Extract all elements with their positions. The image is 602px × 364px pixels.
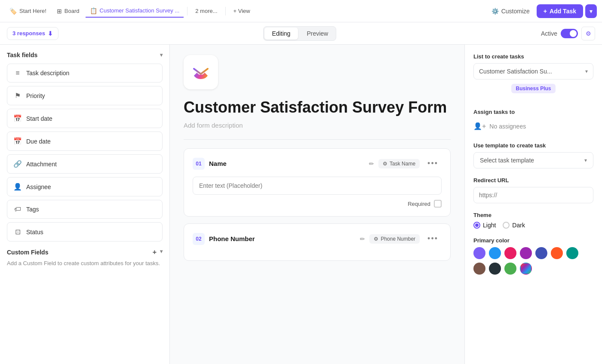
form-logo (184, 55, 218, 89)
nav-divider (187, 7, 187, 15)
color-pink[interactable] (504, 247, 516, 259)
theme-label: Theme (473, 212, 593, 218)
nav-view[interactable]: + View (229, 5, 255, 17)
gear-icon: ⚙️ (491, 8, 499, 15)
color-indigo[interactable] (535, 247, 547, 259)
field-more-button-name[interactable]: ••• (424, 157, 442, 170)
nav-board[interactable]: ⊞ Board (52, 5, 84, 17)
color-violet[interactable] (520, 247, 532, 259)
assign-section: Assign tasks to 👤+ No assignees (473, 109, 593, 134)
list-chevron: ▾ (585, 68, 588, 74)
download-icon: ⬇ (48, 30, 53, 37)
color-swatches (473, 247, 593, 275)
center-content: Customer Satisfaction Survey Form Add fo… (170, 45, 464, 364)
field-phone-label: Phone Number (209, 235, 356, 242)
form-description[interactable]: Add form description (184, 122, 451, 129)
form-field-name: 01 Name ✏ ⚙ Task Name ••• Required (184, 148, 451, 217)
edit-field-phone-icon[interactable]: ✏ (360, 236, 365, 242)
field-name-input[interactable] (193, 177, 442, 195)
theme-dark[interactable]: Dark (503, 222, 525, 229)
custom-fields-header: Custom Fields + ▾ (7, 248, 163, 256)
due-date-icon: 📅 (13, 137, 22, 145)
status-icon: ⊡ (13, 228, 22, 236)
color-purple[interactable] (473, 247, 485, 259)
field-name-label: Name (209, 160, 365, 167)
nav-start-here[interactable]: 🏷️ Start Here! (5, 5, 51, 17)
color-blue[interactable] (489, 247, 501, 259)
template-section: Use template to create task Select task … (473, 142, 593, 168)
theme-section: Theme Light Dark (473, 212, 593, 229)
dark-radio[interactable] (503, 222, 510, 229)
field-start-date[interactable]: 📅 Start date (7, 109, 163, 128)
preview-toggle-button[interactable]: Preview (299, 27, 336, 40)
field-attachment[interactable]: 🔗 Attachment (7, 154, 163, 174)
business-plus-badge: Business Plus (511, 84, 555, 93)
task-fields-chevron[interactable]: ▾ (160, 52, 163, 58)
active-toggle-switch[interactable] (561, 29, 578, 38)
field-due-date[interactable]: 📅 Due date (7, 132, 163, 151)
color-brown[interactable] (473, 263, 485, 275)
form-divider (184, 139, 451, 140)
attachment-icon: 🔗 (13, 160, 22, 168)
redirect-input[interactable] (473, 187, 593, 203)
field-number-02: 02 (193, 233, 205, 245)
field-status[interactable]: ⊡ Status (7, 222, 163, 242)
active-toggle-row: Active ⚙ (541, 27, 595, 40)
board-icon: ⊞ (57, 8, 62, 15)
tags-icon: 🏷 (13, 205, 22, 213)
field-assignee[interactable]: 👤 Assignee (7, 177, 163, 196)
theme-row: Light Dark (473, 222, 593, 229)
field-task-description[interactable]: ≡ Task description (7, 64, 163, 83)
field-tag-task-name: ⚙ Task Name (378, 159, 420, 168)
settings-icon: ⚙ (586, 30, 591, 37)
main-layout: Task fields ▾ ≡ Task description ⚑ Prior… (0, 45, 602, 364)
primary-color-section: Primary color (473, 237, 593, 275)
nav-more[interactable]: 2 more... (191, 5, 221, 17)
redirect-section: Redirect URL (473, 177, 593, 203)
theme-light[interactable]: Light (473, 222, 496, 229)
template-select[interactable]: Select task template ▾ (473, 152, 593, 168)
color-green[interactable] (504, 263, 516, 275)
customize-button[interactable]: ⚙️ Customize (486, 5, 535, 17)
field-card-header-phone: 02 Phone Number ✏ ⚙ Phone Number ••• (193, 232, 442, 245)
field-priority[interactable]: ⚑ Priority (7, 86, 163, 105)
priority-icon: ⚑ (13, 92, 22, 100)
editing-toggle-button[interactable]: Editing (264, 28, 298, 40)
color-dark[interactable] (489, 263, 501, 275)
list-label: List to create tasks (473, 53, 593, 60)
list-section: List to create tasks Customer Satisfacti… (473, 53, 593, 100)
add-task-button[interactable]: + Add Task (537, 4, 583, 18)
form-title: Customer Satisfaction Survey Form (184, 98, 451, 116)
sub-header: 3 responses ⬇ Editing Preview Active ⚙ (0, 22, 602, 45)
field-tags[interactable]: 🏷 Tags (7, 200, 163, 219)
list-select[interactable]: Customer Satisfaction Su... ▾ (473, 63, 593, 80)
edit-field-name-icon[interactable]: ✏ (369, 160, 374, 167)
color-custom[interactable] (520, 263, 532, 275)
add-task-dropdown-button[interactable]: ▾ (585, 4, 597, 18)
required-checkbox-name[interactable] (434, 200, 442, 208)
edit-preview-toggle: Editing Preview (263, 26, 337, 41)
clickup-logo-icon (191, 63, 210, 82)
light-radio[interactable] (473, 222, 480, 229)
color-orange[interactable] (551, 247, 563, 259)
assignee-row[interactable]: 👤+ No assignees (473, 119, 593, 134)
top-nav: 🏷️ Start Here! ⊞ Board 📋 Customer Satisf… (0, 0, 602, 22)
right-panel: List to create tasks Customer Satisfacti… (464, 45, 602, 364)
form-settings-button[interactable]: ⚙ (581, 27, 595, 40)
plus-icon: + (544, 8, 547, 15)
color-teal[interactable] (566, 247, 578, 259)
left-sidebar: Task fields ▾ ≡ Task description ⚑ Prior… (0, 45, 170, 364)
field-more-button-phone[interactable]: ••• (424, 232, 442, 245)
custom-fields-chevron[interactable]: ▾ (160, 248, 163, 256)
template-chevron: ▾ (584, 157, 587, 163)
custom-fields-add-button[interactable]: + (153, 248, 157, 256)
add-assignee-icon: 👤+ (473, 122, 486, 130)
field-number-01: 01 (193, 158, 205, 170)
responses-button[interactable]: 3 responses ⬇ (7, 27, 58, 40)
chevron-down-icon: ▾ (590, 8, 593, 15)
nav-survey[interactable]: 📋 Customer Satisfaction Survey ... (86, 5, 184, 18)
tag-icon: ⚙ (383, 161, 387, 167)
tag-icon-phone: ⚙ (374, 236, 378, 242)
field-tag-phone: ⚙ Phone Number (369, 234, 420, 244)
custom-fields-description: Add a Custom Field to create custom attr… (7, 260, 163, 267)
